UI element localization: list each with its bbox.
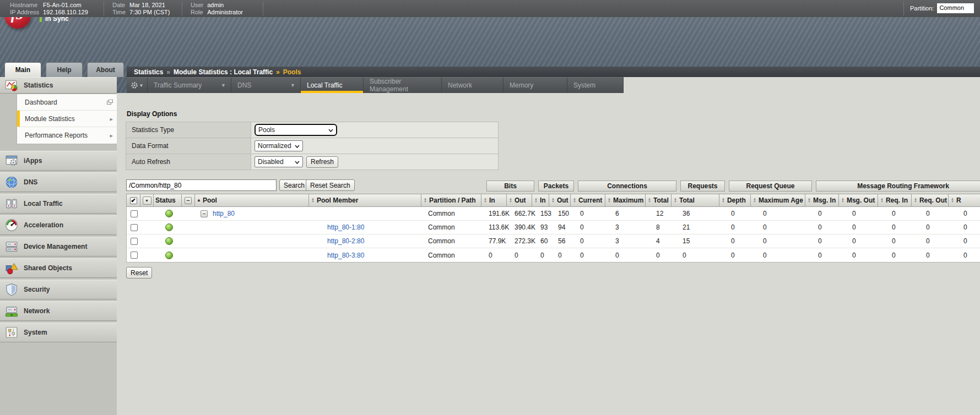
search-button[interactable]: Search bbox=[279, 179, 309, 191]
form-value: Normalized bbox=[251, 138, 498, 154]
column-header-label: Maximum Age bbox=[759, 196, 803, 204]
column-header-current[interactable]: ▲▼Current bbox=[570, 194, 605, 207]
sort-both-icon: ▲▼ bbox=[534, 198, 538, 203]
pool-member-link[interactable]: http_80-1:80 bbox=[327, 223, 364, 231]
row-checkbox[interactable] bbox=[131, 210, 138, 217]
sidebar-item-device-management[interactable]: Device Management bbox=[0, 237, 117, 256]
nav-tab-main[interactable]: Main bbox=[4, 62, 41, 77]
table-cell bbox=[127, 234, 141, 248]
column-header-total[interactable]: ▲▼Total bbox=[671, 194, 719, 207]
table-cell: Common bbox=[425, 221, 485, 234]
column-header-total[interactable]: ▲▼Total bbox=[645, 194, 672, 207]
sidebar-subitem-dashboard[interactable]: Dashboard bbox=[17, 94, 117, 111]
column-header-label: Out bbox=[515, 196, 526, 204]
column-header-r[interactable]: ▲▼R bbox=[948, 194, 980, 207]
sidebar-subitem-performance-reports[interactable]: Performance Reports▶ bbox=[17, 127, 117, 144]
sidebar-subitem-module-statistics[interactable]: Module Statistics▶ bbox=[17, 111, 117, 127]
partition-select[interactable]: Common bbox=[937, 3, 974, 13]
column-header-in[interactable]: ▲▼In bbox=[481, 194, 507, 207]
stat-value: 0 bbox=[926, 252, 930, 259]
statistics-type-select[interactable]: Pools bbox=[255, 124, 337, 136]
display-options-form: Statistics TypePoolsData FormatNormalize… bbox=[126, 122, 499, 170]
table-cell bbox=[141, 221, 155, 234]
column-header-label: Partition / Path bbox=[429, 196, 476, 204]
column-header-out[interactable]: ▲▼Out bbox=[549, 194, 571, 207]
row-menu-button[interactable]: ▼ bbox=[143, 196, 151, 205]
table-cell: 113.6K bbox=[485, 221, 511, 234]
table-cell: 0 bbox=[849, 234, 889, 248]
table-cell: http_80-2:80 bbox=[312, 234, 425, 248]
column-header-msg-in[interactable]: ▲▼Msg. In bbox=[805, 194, 839, 207]
column-header-status[interactable]: Status bbox=[153, 194, 182, 207]
pool-member-link[interactable]: http_80-2:80 bbox=[327, 237, 364, 245]
refresh-button[interactable]: Refresh bbox=[306, 156, 338, 168]
stat-value: 8 bbox=[656, 223, 660, 231]
table-body: −http_80Common191.6K662.7K15315006123600… bbox=[126, 207, 980, 263]
module-tab-network[interactable]: Network bbox=[442, 78, 503, 93]
module-tab-local-traffic[interactable]: Local Traffic bbox=[301, 78, 364, 93]
nav-tab-about[interactable]: About bbox=[87, 62, 124, 77]
breadcrumb-page[interactable]: Module Statistics : Local Traffic bbox=[174, 68, 273, 76]
group-header-label: Connections bbox=[607, 182, 647, 190]
module-tab-dns[interactable]: DNS▼ bbox=[231, 78, 301, 93]
group-header-packets: Packets bbox=[538, 181, 574, 192]
nav-tab-help[interactable]: Help bbox=[46, 62, 83, 77]
table-cell bbox=[141, 207, 155, 220]
column-header-label: Req. Out bbox=[919, 196, 947, 204]
row-checkbox[interactable] bbox=[131, 252, 138, 259]
sidebar-item-iapps[interactable]: iApps bbox=[0, 151, 117, 171]
table-cell: 56 bbox=[555, 234, 577, 248]
column-header-pool[interactable]: ▲Pool bbox=[194, 194, 309, 207]
column-header-msg-out[interactable]: ▲▼Msg. Out bbox=[838, 194, 878, 207]
column-header-maximum-age[interactable]: ▲▼Maximum Age bbox=[750, 194, 805, 207]
table-cell: 0 bbox=[815, 207, 849, 220]
column-header-out[interactable]: ▲▼Out bbox=[506, 194, 532, 207]
collapse-row-button[interactable]: − bbox=[201, 210, 208, 217]
column-header-label: Total bbox=[679, 196, 695, 204]
stat-value: 0 bbox=[852, 237, 856, 245]
reset-search-button[interactable]: Reset Search bbox=[306, 179, 355, 191]
module-tab-system[interactable]: System bbox=[567, 78, 624, 93]
pool-member-link[interactable]: http_80-3:80 bbox=[327, 252, 364, 259]
column-header-partition-path[interactable]: ▲▼Partition / Path bbox=[421, 194, 481, 207]
column-header-pool-member[interactable]: ▲▼Pool Member bbox=[308, 194, 421, 207]
column-header-maximum[interactable]: ▲▼Maximum bbox=[605, 194, 646, 207]
row-checkbox[interactable] bbox=[131, 238, 138, 245]
sidebar-item-network[interactable]: Network bbox=[0, 301, 117, 321]
stat-value: 94 bbox=[558, 223, 565, 231]
column-header-req-in[interactable]: ▲▼Req. In bbox=[878, 194, 912, 207]
stat-value: 150 bbox=[558, 210, 569, 217]
pool-link[interactable]: http_80 bbox=[213, 210, 235, 217]
sidebar-item-label: iApps bbox=[24, 157, 42, 165]
sidebar-item-shared-objects[interactable]: Shared Objects bbox=[0, 258, 117, 278]
sidebar-item-dns[interactable]: DNS bbox=[0, 172, 117, 192]
module-tab-traffic-summary[interactable]: Traffic Summary▼ bbox=[148, 78, 231, 93]
search-input[interactable] bbox=[126, 179, 277, 191]
sidebar-item-local-traffic[interactable]: Local Traffic bbox=[0, 194, 117, 214]
row-checkbox[interactable] bbox=[131, 224, 138, 231]
reset-button[interactable]: Reset bbox=[126, 267, 152, 279]
column-header-req-out[interactable]: ▲▼Req. Out bbox=[911, 194, 949, 207]
sidebar-item-security[interactable]: Security bbox=[0, 280, 117, 299]
table-cell: 0 bbox=[577, 207, 612, 220]
sidebar-item-label: Device Management bbox=[24, 243, 87, 250]
table-cell: 0 bbox=[923, 221, 960, 234]
module-tab-subscriber-management[interactable]: Subscriber Management bbox=[364, 78, 442, 93]
select-all-checkbox[interactable]: ✔ bbox=[130, 197, 137, 204]
column-header-label: In bbox=[540, 196, 546, 204]
table-cell: 0 bbox=[760, 234, 815, 248]
module-tab-memory[interactable]: Memory bbox=[503, 78, 567, 93]
column-header-in[interactable]: ▲▼In bbox=[532, 194, 549, 207]
column-header-label: Depth bbox=[727, 196, 746, 204]
breadcrumb-section[interactable]: Statistics bbox=[134, 68, 163, 76]
sidebar-item-acceleration[interactable]: Acceleration bbox=[0, 215, 117, 235]
data-format-select[interactable]: Normalized bbox=[255, 140, 303, 151]
datetime-info: Date Mar 18, 2021 Time 7:30 PM (CST) bbox=[112, 2, 170, 15]
settings-gear-tab[interactable]: ▼ bbox=[127, 78, 148, 93]
sidebar-item-system[interactable]: System bbox=[0, 323, 117, 342]
auto-refresh-select[interactable]: Disabled bbox=[255, 156, 303, 167]
sidebar-item-label: Acceleration bbox=[24, 221, 63, 229]
sidebar-item-statistics[interactable]: Statistics bbox=[0, 77, 117, 94]
collapse-all-button[interactable]: − bbox=[185, 197, 192, 204]
column-header-depth[interactable]: ▲▼Depth bbox=[719, 194, 751, 207]
